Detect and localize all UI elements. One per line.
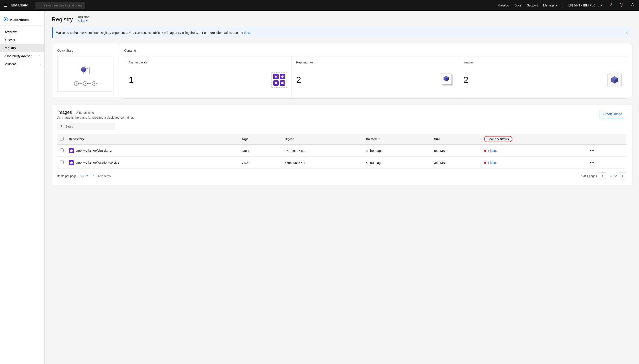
sidebar-item-overview[interactable]: Overview [0,28,44,36]
quickstart-section: Quick Start [52,44,119,97]
size-column-header: Size [432,134,481,144]
items-per-page-label: Items per page: [57,174,77,178]
row2-kebab-menu[interactable]: ••• [588,160,596,166]
contents-grid: Namespaces 1 [124,56,626,99]
svg-marker-20 [281,82,284,84]
table-row: /mohworkshop/bluesky_ui latest c77d291b7… [57,144,626,157]
row1-size: 589 MB [432,144,481,157]
sort-icon: ▾ [378,138,379,140]
previous-page-button[interactable]: ‹ [599,172,606,180]
location-value: Dallas [76,19,85,22]
row2-security-status: 1 issue [481,157,585,169]
catalog-link[interactable]: Catalog [498,4,509,7]
banner-close-button[interactable]: ✕ [625,30,628,35]
location-label: LOCATION [76,16,90,18]
info-banner: Welcome to the new Container Registry ex… [52,28,632,38]
repositories-body: 2 [296,66,455,94]
images-count: 2 [463,76,468,84]
row2-issue-link[interactable]: 1 issue [488,161,498,164]
issue-dot [484,150,486,152]
global-search-input[interactable] [36,2,85,9]
row2-created: 4 hours ago [363,157,432,169]
ns-icon-3 [273,80,279,86]
row1-tags: latest [239,144,282,157]
table-search-wrap [57,123,626,130]
banner-docs-link[interactable]: docs [244,31,251,34]
svg-line-30 [62,127,63,128]
images-card[interactable]: Images 2 [459,56,626,99]
pagination-right: 1 of 1 pages ‹ 1 › [581,172,626,180]
location-group: LOCATION Dallas ▾ [76,16,90,22]
svg-marker-31 [70,150,73,152]
actions-column-header [585,134,626,144]
user-avatar-icon[interactable] [630,2,635,9]
table-header: Repository Tags Digest Created ▾ Size Se… [57,134,626,144]
banner-text: Welcome to the new Container Registry ex… [56,31,251,34]
edit-icon[interactable] [607,2,613,9]
sidebar-item-label: Solutions [4,62,17,66]
sidebar-item-solutions[interactable]: Solutions ▾ [0,60,44,68]
repository-column-header: Repository [66,134,239,144]
namespaces-visual [272,72,287,88]
global-search-wrap [36,2,142,9]
images-title-group: Images URL: us.icr.io An image is the ba… [57,110,134,119]
chevron-down-icon: ▾ [40,62,41,66]
images-url: URL: us.icr.io [75,111,94,114]
digest-column-header: Digest [282,134,363,144]
chevron-down-icon: ▾ [556,4,557,7]
repositories-card[interactable]: Repositories 2 [292,56,459,99]
select-all-checkbox[interactable] [60,137,64,140]
quickstart-steps: 1 — 2 — 3 [74,81,97,86]
quickstart-card[interactable]: 1 — 2 — 3 [57,56,113,92]
next-page-button[interactable]: › [619,172,626,180]
manage-dropdown[interactable]: Manage ▾ [543,4,557,7]
create-image-button[interactable]: Create image [599,110,626,118]
namespaces-card[interactable]: Namespaces 1 [124,56,292,99]
namespaces-label: Namespaces [129,60,147,64]
row1-checkbox-cell [57,144,66,157]
page-layout: Kubernetes Overview Clusters Registry Vu… [0,11,639,364]
items-per-page-select[interactable]: 10 [79,174,89,178]
chevron-down-icon: ▾ [86,19,88,22]
ibm-cloud-logo: IBM Cloud [11,3,28,7]
hamburger-menu-icon[interactable]: ☰ [4,3,7,8]
page-header: Registry LOCATION Dallas ▾ [52,16,632,23]
row1-security-status: 1 issue [481,144,585,157]
main-content: Registry LOCATION Dallas ▾ Welcome to th… [45,11,639,364]
select-all-header [57,134,66,144]
row1-actions: ••• [585,144,626,157]
row2-checkbox-cell [57,157,66,169]
nav-links: Catalog Docs Support Manage ▾ 1813441 - … [498,2,635,9]
repositories-visual [441,73,454,86]
svg-marker-32 [70,162,73,164]
sidebar-item-registry[interactable]: Registry [0,44,44,52]
docs-link[interactable]: Docs [514,4,522,7]
pagination-left: Items per page: 10 | 1-2 of 2 items [57,174,111,178]
page-number-select[interactable]: 1 [607,174,617,178]
notifications-bell[interactable] [618,3,624,8]
svg-marker-17 [275,76,277,78]
created-column-header[interactable]: Created ▾ [363,134,432,144]
row2-tags: v1.0.0 [239,157,282,169]
svg-point-29 [60,125,62,127]
row1-checkbox[interactable] [60,148,64,152]
sidebar-item-vulnerability-advisor[interactable]: Vulnerability Advisor ▾ [0,52,44,60]
row1-created: an hour ago [363,144,432,157]
sidebar-item-clusters[interactable]: Clusters [0,36,44,44]
step-1: 1 [74,81,79,86]
row1-digest: c77d291b7439 [282,144,363,157]
ns-icon-2 [280,74,285,79]
account-selector[interactable]: 1813441 - IBM PoC ... ▾ [568,4,602,7]
repositories-count: 2 [296,76,301,84]
row1-issue-link[interactable]: 1 issue [488,149,498,152]
table-search-input[interactable] [57,123,115,130]
row1-kebab-menu[interactable]: ••• [588,148,596,154]
support-link[interactable]: Support [527,4,538,7]
page-info: 1 of 1 pages [581,174,597,178]
row2-repository: /mohworkshop/location-service [66,157,239,169]
row2-checkbox[interactable] [60,160,64,164]
repo-icon [69,160,74,165]
dashboard-row: Quick Start [52,43,632,97]
svg-marker-19 [275,82,277,84]
location-selector[interactable]: Dallas ▾ [76,19,90,22]
